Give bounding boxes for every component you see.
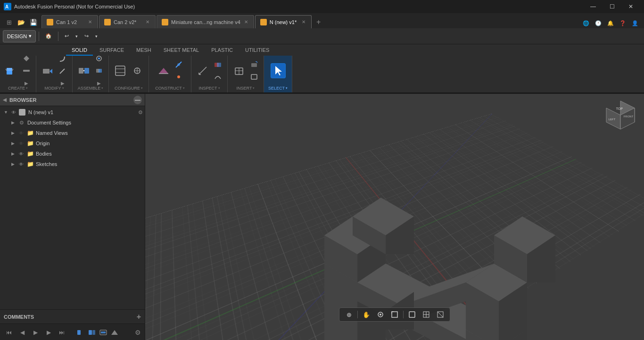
create-revolve-icon[interactable] bbox=[21, 56, 32, 64]
ribbon-panel-create: ▶ CREATE▾ bbox=[0, 56, 36, 92]
tree-item-named-views[interactable]: ▶ 👁 📁 Named Views bbox=[0, 128, 145, 138]
timeline-icon-c[interactable] bbox=[98, 327, 108, 338]
configure-icon1[interactable] bbox=[113, 63, 128, 78]
construct-icons-col bbox=[173, 59, 184, 83]
redo-arrow[interactable]: ▾ bbox=[94, 30, 99, 42]
vp-orbit-btn[interactable]: ⊕ bbox=[343, 309, 355, 320]
ribbon-panel-assemble: ▶ ASSEMBLE▾ bbox=[73, 56, 109, 92]
configure-icon2[interactable] bbox=[130, 63, 145, 78]
tab-extras-online[interactable]: 🌐 bbox=[581, 18, 591, 28]
timeline-icon-b[interactable] bbox=[87, 327, 97, 338]
vp-fit-btn[interactable] bbox=[389, 309, 400, 320]
undo-arrow[interactable]: ▾ bbox=[74, 30, 79, 42]
redo-button[interactable]: ↪ bbox=[81, 30, 92, 42]
tree-named-eye[interactable]: 👁 bbox=[18, 131, 25, 136]
insert-decal-icon[interactable] bbox=[248, 59, 260, 70]
playback-prev-btn[interactable]: ◀ bbox=[17, 327, 27, 338]
titlebar-text: Autodesk Fusion Personal (Not for Commer… bbox=[14, 4, 135, 9]
tree-item-doc-settings[interactable]: ▶ ⚙ Document Settings bbox=[0, 117, 145, 128]
ribbon-tab-utilities[interactable]: UTILITIES bbox=[239, 45, 275, 56]
tab-miniature[interactable]: Miniature can...ng machine v4 ✕ bbox=[157, 15, 254, 28]
inspect-interf-icon[interactable] bbox=[212, 59, 223, 70]
browser-back-arrow[interactable]: ◀ bbox=[3, 97, 7, 102]
titlebar-controls[interactable]: — ☐ ✕ bbox=[584, 0, 640, 13]
modify-fillet-icon[interactable] bbox=[57, 56, 68, 64]
tab-close-miniature[interactable]: ✕ bbox=[243, 19, 249, 25]
vp-display-btn[interactable] bbox=[406, 309, 418, 320]
tree-sketches-eye[interactable]: 👁 bbox=[18, 162, 25, 167]
tree-doc-gear-icon: ⚙ bbox=[18, 120, 25, 126]
titlebar: A Autodesk Fusion Personal (Not for Comm… bbox=[0, 0, 644, 13]
modify-press-pull-icon[interactable] bbox=[40, 63, 55, 78]
tree-root-eye[interactable]: 👁 bbox=[10, 110, 17, 115]
tree-bodies-eye[interactable]: 👁 bbox=[18, 151, 25, 157]
tree-root-options[interactable]: ⚙ bbox=[138, 109, 143, 116]
left-panel: ◀ BROWSER — ▼ 👁 N (new) v1 ⚙ ▶ ⚙ Documen… bbox=[0, 94, 145, 340]
tree-item-origin[interactable]: ▶ 👁 📁 Origin bbox=[0, 138, 145, 149]
viewport[interactable]: TOP LEFT FRONT ⊕ ✋ bbox=[145, 94, 644, 340]
vp-pan-btn[interactable]: ✋ bbox=[361, 309, 372, 320]
tree-origin-eye[interactable]: 👁 bbox=[18, 141, 25, 146]
minimize-button[interactable]: — bbox=[584, 0, 603, 13]
bottom-gear-icon[interactable]: ⚙ bbox=[135, 329, 141, 336]
vp-look-btn[interactable] bbox=[375, 309, 386, 320]
tab-extras-help[interactable]: ❓ bbox=[618, 18, 628, 28]
tab-close-can2[interactable]: ✕ bbox=[145, 19, 150, 25]
construct-point-icon[interactable] bbox=[173, 71, 184, 83]
open-icon[interactable]: 📂 bbox=[16, 17, 26, 27]
insert-canvas-icon[interactable] bbox=[248, 71, 260, 83]
assemble-new-comp-icon[interactable] bbox=[76, 63, 91, 78]
browser-collapse-button[interactable]: — bbox=[133, 96, 142, 104]
svg-rect-36 bbox=[89, 330, 92, 335]
tab-can1[interactable]: Can 1 v2 ✕ bbox=[41, 15, 98, 28]
modify-chamfer-icon[interactable] bbox=[57, 65, 68, 76]
comments-add-button[interactable]: + bbox=[137, 313, 141, 321]
vp-grid-btn[interactable] bbox=[421, 309, 432, 320]
vp-visibility-btn[interactable] bbox=[435, 309, 446, 320]
save-icon[interactable]: 💾 bbox=[28, 17, 39, 27]
ribbon-panel-select: SELECT▾ bbox=[264, 56, 292, 92]
tree-item-sketches[interactable]: ▶ 👁 📁 Sketches bbox=[0, 159, 145, 169]
ribbon-tab-mesh[interactable]: MESH bbox=[131, 45, 157, 56]
new-tab-button[interactable]: + bbox=[313, 16, 325, 28]
create-extrude-icon[interactable] bbox=[4, 63, 19, 78]
svg-rect-9 bbox=[84, 68, 89, 74]
tree-item-bodies[interactable]: ▶ 👁 📁 Bodies bbox=[0, 149, 145, 159]
maximize-button[interactable]: ☐ bbox=[603, 0, 621, 13]
design-dropdown[interactable]: DESIGN ▾ bbox=[3, 30, 36, 42]
grid-icon[interactable]: ⊞ bbox=[4, 17, 14, 27]
timeline-icon-d[interactable] bbox=[109, 327, 120, 338]
ribbon-tab-solid[interactable]: SOLID bbox=[66, 45, 93, 56]
home-button[interactable]: 🏠 bbox=[42, 30, 55, 42]
view-cube[interactable]: TOP LEFT FRONT bbox=[602, 99, 639, 136]
playback-play-btn[interactable]: ▶ bbox=[30, 327, 41, 338]
ribbon-tab-sheetmetal[interactable]: SHEET METAL bbox=[158, 45, 205, 56]
tree-root-item[interactable]: ▼ 👁 N (new) v1 ⚙ bbox=[0, 107, 145, 117]
playback-start-btn[interactable]: ⏮ bbox=[4, 327, 14, 338]
construct-plane-icon[interactable] bbox=[156, 63, 171, 78]
tab-extras-user[interactable]: 👤 bbox=[630, 18, 640, 28]
playback-end-btn[interactable]: ⏭ bbox=[57, 327, 67, 338]
tab-can2[interactable]: Can 2 v2* ✕ bbox=[99, 15, 156, 28]
tree-bodies-label: Bodies bbox=[36, 151, 52, 157]
tab-extras-bell[interactable]: 🔔 bbox=[605, 18, 616, 28]
insert-mesh-icon[interactable] bbox=[231, 63, 247, 78]
tab-close-new1[interactable]: ✕ bbox=[301, 19, 306, 25]
ribbon-tab-surface[interactable]: SURFACE bbox=[94, 45, 130, 56]
toolbar-area: ⊞ 📂 💾 Can 1 v2 ✕ Can 2 v2* ✕ Miniature c… bbox=[0, 13, 644, 94]
assemble-asbuilt-icon[interactable] bbox=[93, 65, 105, 76]
tab-close-can1[interactable]: ✕ bbox=[87, 19, 93, 25]
tab-extras-clock[interactable]: 🕐 bbox=[593, 18, 603, 28]
tab-new1[interactable]: N (new) v1* ✕ bbox=[255, 15, 312, 28]
timeline-icon-a[interactable] bbox=[75, 327, 86, 338]
playback-next-btn[interactable]: ▶ bbox=[43, 327, 54, 338]
inspect-curv-icon[interactable] bbox=[212, 71, 223, 83]
construct-axis-icon[interactable] bbox=[173, 59, 184, 70]
assemble-joint-icon[interactable] bbox=[93, 56, 105, 64]
inspect-measure-icon[interactable] bbox=[195, 63, 210, 78]
close-button[interactable]: ✕ bbox=[621, 0, 640, 13]
ribbon-tab-plastic[interactable]: PLASTIC bbox=[206, 45, 239, 56]
create-sweep-icon[interactable] bbox=[21, 65, 32, 76]
select-cursor-icon[interactable] bbox=[271, 63, 286, 78]
undo-button[interactable]: ↩ bbox=[61, 30, 72, 42]
